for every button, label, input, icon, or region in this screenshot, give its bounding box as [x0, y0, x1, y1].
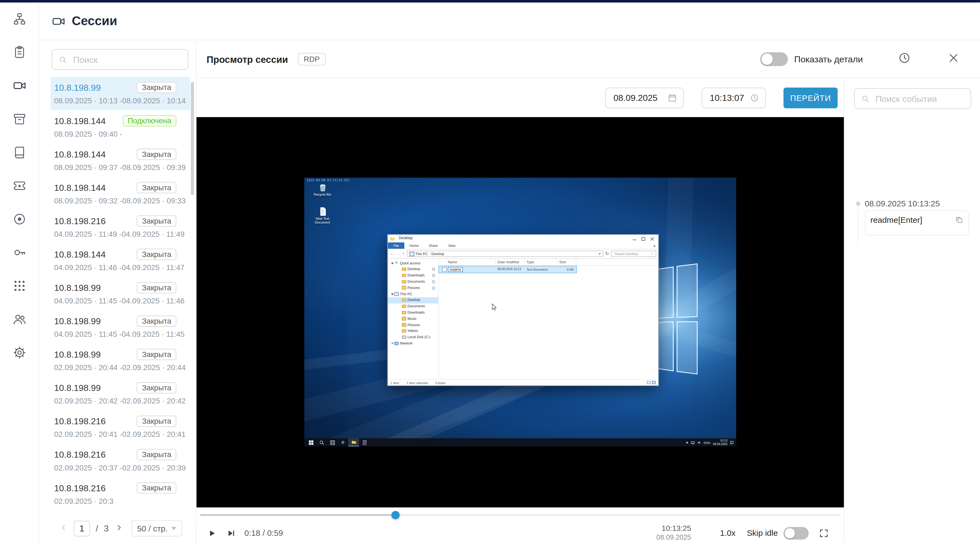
- session-ip: 10.8.198.99: [54, 349, 100, 359]
- pagination-separator: /: [96, 523, 98, 533]
- session-item-top: 10.8.198.99 Закрыта: [54, 282, 188, 293]
- close-icon: [947, 52, 960, 64]
- sidebar-item-permits[interactable]: [11, 178, 27, 193]
- explorer-tree-item: Documents: [388, 278, 438, 285]
- network-icon: [691, 441, 695, 444]
- viewer-region: Просмотр сессии RDP Показать детали: [197, 41, 980, 544]
- sidebar-item-settings[interactable]: [11, 345, 27, 360]
- playback-speed[interactable]: 1.0x: [720, 528, 735, 538]
- tree-item-label: Downloads: [407, 310, 425, 314]
- session-item-top: 10.8.198.99 Закрыта: [54, 82, 188, 93]
- address-segment: This PC: [415, 252, 428, 256]
- history-button[interactable]: [898, 52, 911, 67]
- book-icon: [12, 145, 26, 159]
- search-icon: [59, 55, 67, 64]
- session-period: 02.09.2025 · 20:44 -02.09.2025 · 20:44: [54, 363, 188, 372]
- tree-item-icon: [394, 261, 399, 265]
- taskbar-search-icon: [316, 438, 327, 446]
- sidebar-item-monitoring[interactable]: [11, 212, 27, 227]
- go-to-time-button[interactable]: ПЕРЕЙТИ: [783, 87, 838, 108]
- sidebar-item-applications[interactable]: [11, 278, 27, 293]
- session-list-item[interactable]: 10.8.198.99 Закрыта 04.09.2025 · 11:45 -…: [50, 310, 190, 344]
- seek-time-picker[interactable]: [702, 87, 766, 108]
- sidebar-item-sessions[interactable]: [11, 78, 27, 93]
- desktop-icon-recycle-bin: Recycle Bin: [308, 183, 337, 197]
- session-list-item[interactable]: 10.8.198.144 Закрыта 08.09.2025 · 09:32 …: [50, 177, 190, 210]
- ribbon-tab-view: View: [443, 242, 460, 249]
- tree-item-icon: [402, 329, 406, 333]
- session-list-item[interactable]: 10.8.198.144 Закрыта 08.09.2025 · 09:37 …: [50, 143, 190, 177]
- session-list-item[interactable]: 10.8.198.144 Подключена 08.09.2025 · 09:…: [50, 110, 190, 143]
- session-status-badge: Закрыта: [137, 449, 177, 460]
- minimize-icon: [630, 235, 638, 242]
- event-search[interactable]: [854, 88, 971, 109]
- progress-track[interactable]: [200, 514, 840, 516]
- details-view-icon: [647, 381, 651, 384]
- nav-rail: [0, 2, 39, 544]
- sidebar-item-credentials[interactable]: [11, 245, 27, 260]
- explorer-file-pane: Name Date modified Type Size readme: [438, 259, 658, 379]
- session-list-item[interactable]: 10.8.198.99 Закрыта 04.09.2025 · 11:45 -…: [50, 277, 190, 310]
- session-list-item[interactable]: 10.8.198.216 Закрыта 02.09.2025 · 20:37 …: [50, 444, 190, 477]
- tree-item-icon: [402, 311, 406, 314]
- status-selected-count: 1 item selected: [407, 380, 428, 384]
- player-controls: 0:18 / 0:59 10:13:25 08.09.2025 1.0x Ski…: [197, 523, 844, 544]
- seek-date-input[interactable]: [612, 92, 667, 103]
- session-list-item[interactable]: 10.8.198.216 Закрыта 02.09.2025 · 20:3: [50, 477, 190, 507]
- video-camera-icon: [52, 14, 65, 28]
- address-dropdown-icon: [598, 253, 601, 256]
- session-item-top: 10.8.198.216 Закрыта: [54, 415, 188, 427]
- close-viewer-button[interactable]: [947, 52, 960, 67]
- tree-item-icon: [402, 317, 406, 320]
- fullscreen-button[interactable]: [819, 528, 829, 538]
- sidebar-item-structure[interactable]: [11, 11, 27, 26]
- taskbar-time: 10:13: [713, 439, 727, 442]
- column-type: Type: [525, 259, 558, 265]
- event-search-input[interactable]: [874, 93, 964, 104]
- video-surface[interactable]: 2025-09-08 07:13:24 UTC Recycle Bin New …: [197, 117, 844, 507]
- play-button[interactable]: [208, 529, 216, 538]
- sidebar-item-audit-log[interactable]: [11, 45, 27, 60]
- session-item-top: 10.8.198.144 Подключена: [54, 115, 188, 127]
- session-list-item[interactable]: 10.8.198.216 Закрыта 02.09.2025 · 20:41 …: [50, 410, 190, 444]
- copy-event-button[interactable]: [955, 215, 964, 227]
- session-list-item[interactable]: 10.8.198.99 Закрыта 08.09.2025 · 10:13 -…: [50, 77, 190, 110]
- session-list-scrollbar[interactable]: [191, 82, 194, 195]
- page-size-select[interactable]: 50 / стр.: [132, 520, 182, 537]
- history-clock-icon: [898, 52, 911, 64]
- desktop-icon-new-text-document: New Text Document: [308, 207, 337, 224]
- session-ip: 10.8.198.99: [54, 83, 100, 93]
- users-icon: [12, 312, 26, 326]
- show-details-toggle[interactable]: [760, 52, 788, 66]
- key-icon: [12, 245, 26, 259]
- session-item-top: 10.8.198.99 Закрыта: [54, 349, 188, 360]
- step-forward-button[interactable]: [227, 529, 235, 538]
- progress-knob[interactable]: [391, 511, 399, 519]
- session-list-item[interactable]: 10.8.198.99 Закрыта 02.09.2025 · 20:42 -…: [50, 377, 190, 410]
- taskbar-date: 08.09.2025: [713, 442, 727, 446]
- session-item-top: 10.8.198.99 Закрыта: [54, 315, 188, 327]
- session-period: 08.09.2025 · 09:32 -08.09.2025 · 09:33: [54, 197, 188, 205]
- pagination-current-page[interactable]: 1: [73, 520, 90, 536]
- sidebar-item-storage[interactable]: [11, 111, 27, 127]
- session-list-item[interactable]: 10.8.198.216 Закрыта 04.09.2025 · 11:49 …: [50, 210, 190, 243]
- pagination-prev-button[interactable]: [59, 523, 68, 534]
- sessions-search[interactable]: [52, 49, 188, 70]
- skip-idle-toggle[interactable]: [783, 527, 808, 539]
- pagination-next-button[interactable]: [114, 523, 123, 534]
- session-list-item[interactable]: 10.8.198.144 Закрыта 04.09.2025 · 11:46 …: [50, 243, 190, 277]
- sessions-panel: 10.8.198.99 Закрыта 08.09.2025 · 10:13 -…: [39, 41, 197, 544]
- tree-item-label: Desktop: [407, 267, 420, 271]
- session-list-item[interactable]: 10.8.198.99 Закрыта 02.09.2025 · 20:44 -…: [50, 344, 190, 377]
- sessions-search-input[interactable]: [72, 54, 181, 65]
- seek-date-picker[interactable]: [605, 87, 684, 108]
- session-status-badge: Закрыта: [137, 249, 177, 260]
- tray-expand-icon: [686, 440, 689, 443]
- sidebar-item-journal[interactable]: [11, 145, 27, 160]
- tree-item-label: Videos: [407, 329, 418, 333]
- session-period: 08.09.2025 · 09:40 -: [54, 130, 188, 138]
- seek-time-input[interactable]: [708, 92, 750, 103]
- session-item-top: 10.8.198.144 Закрыта: [54, 182, 188, 193]
- calendar-icon: [667, 93, 677, 102]
- sidebar-item-users[interactable]: [11, 312, 27, 327]
